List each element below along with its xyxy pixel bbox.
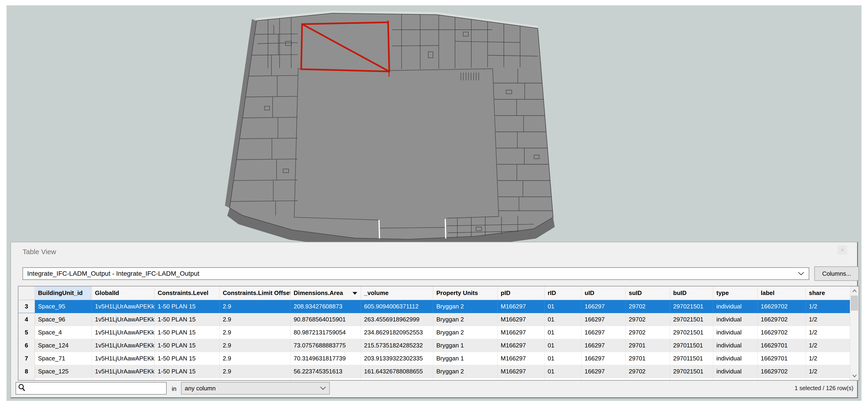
search-input[interactable]	[26, 383, 164, 394]
column-header-label[interactable]: label	[757, 286, 805, 300]
search-box[interactable]	[16, 382, 167, 395]
table-row[interactable]: 8 Space_1251v5H1LjUrAawAPEKk... 1-50 PLA…	[18, 365, 850, 378]
close-icon[interactable]: ×	[838, 245, 847, 254]
column-header-buid[interactable]: buID	[670, 286, 713, 300]
column-header-volume[interactable]: _volume	[361, 286, 433, 300]
building-model	[216, 6, 578, 249]
column-header-constraints-level[interactable]: Constraints.Level	[154, 286, 219, 300]
table-row[interactable]: 9 Space_741v5H1LjUrAawAPEKk... 1-50 PLAN…	[18, 378, 850, 381]
table-row[interactable]: 6 Space_1241v5H1LjUrAawAPEKk... 1-50 PLA…	[18, 339, 850, 352]
scrollbar-thumb[interactable]	[851, 296, 858, 310]
column-header-suid[interactable]: suID	[625, 286, 670, 300]
chevron-down-icon	[798, 272, 805, 276]
feature-type-select[interactable]: Integrate_IFC-LADM_Output - Integrate_IF…	[23, 267, 809, 280]
in-label: in	[172, 385, 176, 393]
panel-title: Table View	[23, 248, 56, 256]
column-header-property-units[interactable]: Property Units	[433, 286, 497, 300]
table-row[interactable]: 4 Space_961v5H1LjUrAawAPEKk... 1-50 PLAN…	[18, 313, 850, 326]
scroll-down-icon[interactable]	[850, 371, 859, 380]
row-count-status: 1 selected / 126 row(s)	[691, 385, 854, 392]
column-filter-value: any column	[185, 385, 320, 392]
column-filter-select[interactable]: any column	[181, 382, 330, 395]
column-header-constraints-limit-offset[interactable]: Constraints.Limit Offset	[219, 286, 290, 300]
sort-descending-icon	[352, 290, 358, 297]
column-header-buildingunit-id[interactable]: BuildingUnit_id	[35, 286, 92, 300]
table-view-panel: Table View × Integrate_IFC-LADM_Output -…	[10, 242, 858, 398]
column-header-pid[interactable]: pID	[497, 286, 544, 300]
attribute-table: BuildingUnit_id GlobalId Constraints.Lev…	[18, 286, 859, 381]
column-header-type[interactable]: type	[713, 286, 757, 300]
header-row: BuildingUnit_id GlobalId Constraints.Lev…	[18, 286, 850, 300]
column-header-share[interactable]: share	[805, 286, 850, 300]
chevron-down-icon	[320, 386, 326, 390]
column-header-uid[interactable]: uID	[581, 286, 625, 300]
column-header-dimensions-area[interactable]: Dimensions.Area	[290, 286, 361, 300]
columns-button[interactable]: Columns...	[814, 266, 859, 281]
row-number-header	[18, 286, 35, 300]
column-header-rid[interactable]: rID	[544, 286, 581, 300]
table-row[interactable]: 3 Space_951v5H1LjUrAawAPEKk... 1-50 PLAN…	[18, 300, 850, 313]
screen: Table View × Integrate_IFC-LADM_Output -…	[0, 0, 868, 408]
vertical-scrollbar[interactable]	[850, 286, 859, 380]
column-header-globalid[interactable]: GlobalId	[92, 286, 154, 300]
feature-type-value: Integrate_IFC-LADM_Output - Integrate_IF…	[27, 270, 798, 277]
table-row[interactable]: 7 Space_711v5H1LjUrAawAPEKk... 1-50 PLAN…	[18, 352, 850, 365]
table-row[interactable]: 5 Space_41v5H1LjUrAawAPEKk... 1-50 PLAN …	[18, 326, 850, 339]
search-icon	[18, 383, 26, 393]
scroll-up-icon[interactable]	[850, 286, 859, 295]
